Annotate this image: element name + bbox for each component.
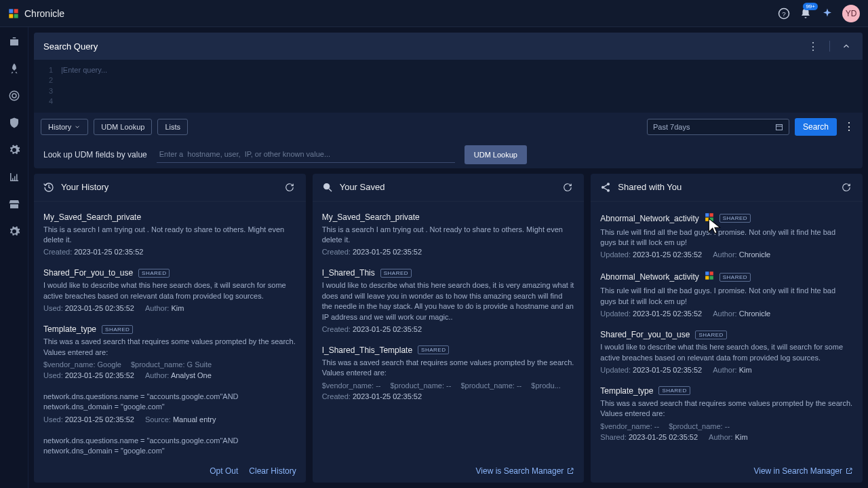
logo: [8, 8, 19, 19]
list-item[interactable]: My_Saved_Search_privateThis is a search …: [322, 204, 575, 261]
external-link-icon: [845, 467, 853, 475]
svg-line-15: [604, 185, 608, 187]
editor-placeholder: Enter query...: [63, 66, 107, 74]
item-title: My_Saved_Search_private: [322, 212, 420, 222]
shield-icon[interactable]: [8, 117, 20, 129]
svg-point-10: [323, 183, 329, 189]
collapse-icon[interactable]: [840, 39, 853, 53]
lookup-label: Look up UDM fields by value: [43, 150, 147, 159]
svg-rect-23: [705, 276, 709, 280]
item-meta: Created: 2023-01-25 02:35:52: [43, 248, 296, 256]
list-item[interactable]: Abnormal_Network_activitySHAREDThis rule…: [600, 204, 853, 263]
history-list: My_Saved_Search_privateThis is a search …: [34, 202, 306, 459]
view-manager-link[interactable]: View in Search Manager: [753, 466, 853, 476]
settings-icon[interactable]: [8, 225, 20, 238]
item-title: I_Shared_This_Template: [322, 345, 412, 355]
top-bar: Chronicle ? 99+ YD: [0, 0, 868, 27]
shared-with-you-column: Shared with You Abnormal_Network_activit…: [591, 174, 863, 483]
list-item[interactable]: Template_typeSHAREDThis was a saved sear…: [43, 316, 296, 383]
notifications-icon[interactable]: 99+: [799, 7, 812, 20]
udm-lookup-button[interactable]: UDM Lookup: [94, 119, 152, 135]
item-title: My_Saved_Search_private: [43, 212, 141, 222]
refresh-icon[interactable]: [561, 181, 574, 194]
item-meta: Used: 2023-01-25 02:35:52Author: Kim: [43, 304, 296, 312]
item-meta: Updated: 2023-01-25 02:35:52Author: Chro…: [600, 250, 853, 259]
svg-rect-20: [709, 217, 713, 221]
your-history-column: Your History My_Saved_Search_privateThis…: [34, 174, 306, 483]
item-meta: Shared: 2023-01-25 02:35:52Author: Kim: [600, 433, 853, 441]
avatar[interactable]: YD: [842, 5, 860, 22]
chevron-down-icon: [74, 124, 81, 130]
svg-point-7: [12, 94, 16, 98]
item-title: Abnormal_Network_activity: [600, 214, 698, 223]
line-num: 4: [43, 96, 53, 107]
svg-rect-8: [776, 124, 782, 130]
your-saved-column: Your Saved My_Saved_Search_privateThis i…: [313, 174, 585, 483]
search-button[interactable]: Search: [795, 118, 837, 136]
gear-icon[interactable]: [8, 144, 20, 156]
history-icon: [43, 182, 54, 193]
app-title: Chronicle: [24, 8, 64, 19]
date-range-picker[interactable]: Past 7days: [647, 119, 789, 135]
list-item[interactable]: Template_typeSHAREDThis was a saved sear…: [600, 378, 853, 445]
refresh-icon[interactable]: [840, 181, 853, 194]
briefcase-icon[interactable]: [8, 35, 20, 48]
history-button[interactable]: History: [41, 119, 88, 135]
svg-text:?: ?: [782, 10, 786, 17]
query-title: Search Query: [43, 41, 98, 52]
svg-rect-3: [14, 14, 18, 18]
sparkle-icon[interactable]: [821, 7, 834, 20]
lookup-button[interactable]: UDM Lookup: [465, 145, 527, 164]
shared-tag: SHARED: [719, 273, 751, 282]
item-desc: network.dns.questions.name = "accounts.g…: [43, 392, 296, 413]
line-num: 2: [43, 75, 53, 86]
calendar-icon: [775, 123, 783, 131]
list-item[interactable]: network.dns.questions.name = "accounts.g…: [43, 428, 296, 459]
svg-rect-19: [705, 217, 709, 221]
external-link-icon: [566, 467, 574, 475]
list-item[interactable]: network.dns.questions.name = "accounts.g…: [43, 383, 296, 428]
item-desc: I would like to describe what this here …: [322, 280, 575, 322]
list-item[interactable]: Shared_For_you_to_useSHAREDI would like …: [43, 260, 296, 316]
share-icon: [600, 182, 611, 193]
lists-button[interactable]: Lists: [157, 119, 188, 135]
list-item[interactable]: Abnormal_Network_activitySHAREDThis rule…: [600, 263, 853, 322]
lookup-input[interactable]: [157, 146, 455, 163]
chart-icon[interactable]: [8, 171, 20, 183]
store-icon[interactable]: [8, 198, 20, 210]
item-title: Shared_For_you_to_use: [43, 268, 133, 278]
shared-tag: SHARED: [380, 269, 412, 278]
rocket-icon[interactable]: [8, 62, 20, 75]
col-title: Your Saved: [340, 182, 385, 192]
item-meta: Created: 2023-01-25 02:35:52: [322, 392, 575, 400]
item-meta: Updated: 2023-01-25 02:35:52Author: Chro…: [600, 309, 853, 318]
left-sidebar: [0, 27, 28, 488]
clear-history-link[interactable]: Clear History: [249, 466, 296, 476]
shared-list: Abnormal_Network_activitySHAREDThis rule…: [591, 202, 863, 459]
view-manager-link[interactable]: View is Search Manager: [476, 466, 575, 476]
help-icon[interactable]: ?: [777, 7, 791, 20]
shared-tag: SHARED: [695, 331, 726, 339]
shared-tag: SHARED: [658, 386, 690, 395]
list-item[interactable]: I_Shared_This_TemplateSHAREDThis was a s…: [322, 337, 575, 405]
more-search-icon[interactable]: ⋮: [842, 120, 856, 134]
item-title: Abnormal_Network_activity: [600, 272, 698, 282]
search-icon: [322, 182, 333, 193]
list-item[interactable]: Shared_For_you_to_useSHAREDI would like …: [600, 322, 853, 378]
svg-point-13: [602, 186, 604, 188]
item-desc: This rule will find all the bad guys. I …: [600, 227, 853, 248]
refresh-icon[interactable]: [283, 181, 296, 194]
list-item[interactable]: My_Saved_Search_privateThis is a search …: [43, 204, 296, 261]
col-title: Shared with You: [618, 182, 682, 192]
target-icon[interactable]: [8, 90, 20, 102]
more-icon[interactable]: ⋮: [806, 39, 820, 53]
line-num: 3: [43, 86, 53, 96]
col-title: Your History: [61, 182, 108, 192]
item-title: I_Shared_This: [322, 268, 375, 278]
svg-rect-1: [14, 9, 18, 13]
item-desc: network.dns.questions.name = "accounts.g…: [43, 436, 296, 457]
opt-out-link[interactable]: Opt Out: [210, 466, 238, 476]
list-item[interactable]: I_Shared_ThisSHAREDI would like to descr…: [322, 260, 575, 337]
query-editor[interactable]: 1|Enter query... 2 3 4: [34, 60, 863, 113]
item-vars: $vendor_name: --$product_name: --: [600, 422, 853, 430]
